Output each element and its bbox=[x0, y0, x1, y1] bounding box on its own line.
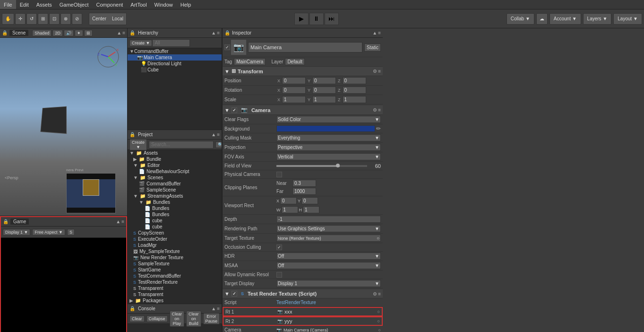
executeorder-file[interactable]: SExecuteOrder bbox=[128, 236, 222, 242]
insp-maximize[interactable]: ▲ bbox=[372, 30, 377, 35]
fx-btn[interactable]: ✦ bbox=[75, 30, 83, 36]
menu-help[interactable]: Help bbox=[177, 0, 195, 9]
center-btn[interactable]: Center bbox=[89, 13, 109, 25]
active-checkbox[interactable] bbox=[224, 44, 230, 50]
rot-z-input[interactable] bbox=[343, 87, 366, 94]
projection-dropdown[interactable]: Perspective ▼ bbox=[276, 144, 381, 151]
camera-overflow[interactable]: ≡ bbox=[378, 107, 381, 113]
collab-btn[interactable]: Collab ▼ bbox=[507, 13, 534, 25]
local-btn[interactable]: Local bbox=[109, 13, 126, 25]
fov-axis-dropdown[interactable]: Vertical ▼ bbox=[276, 153, 381, 160]
scale-btn[interactable]: S bbox=[67, 229, 75, 236]
clear-on-play-btn[interactable]: Clear on Play bbox=[170, 311, 185, 327]
transparent-material[interactable]: STransparent bbox=[128, 291, 222, 297]
editor-folder[interactable]: ▼ 📁Editor bbox=[128, 162, 222, 168]
audio-btn[interactable]: 🔊 bbox=[64, 30, 74, 36]
menu-gameobject[interactable]: GameObject bbox=[56, 0, 93, 9]
loadmgr-file[interactable]: SLoadMgr bbox=[128, 242, 222, 248]
transparent-shader[interactable]: STransparent bbox=[128, 285, 222, 291]
script-section[interactable]: ▼ S Test Render Texture (Script) ⚙ ≡ bbox=[223, 289, 383, 298]
proj-maximize[interactable]: ▲ bbox=[211, 132, 216, 137]
script-enabled-cb[interactable] bbox=[232, 291, 237, 297]
scene-view[interactable]: <Persp X Y Z bbox=[0, 38, 127, 216]
hand-tool-btn[interactable]: ✋ bbox=[2, 13, 14, 25]
menu-file[interactable]: File bbox=[0, 0, 16, 9]
scale-y-input[interactable] bbox=[312, 96, 336, 103]
samplescene-file[interactable]: 🎬SampleScene bbox=[128, 187, 222, 193]
cube-file-2[interactable]: 📄cube bbox=[128, 224, 222, 230]
script-settings[interactable]: ⚙ bbox=[373, 291, 377, 297]
bundles-file-1[interactable]: 📄Bundles bbox=[128, 205, 222, 211]
axes-gizmo[interactable]: X Y Z bbox=[96, 45, 120, 69]
hierarchy-tab[interactable]: Hierarchy bbox=[138, 30, 158, 35]
shade-dropdown[interactable]: Shaded bbox=[32, 30, 52, 36]
transform-section[interactable]: ▼ ⊞ Transform ⚙ ≡ bbox=[223, 67, 383, 76]
account-btn[interactable]: Account ▼ bbox=[550, 13, 581, 25]
gizmos-btn[interactable]: ⊞ bbox=[84, 30, 93, 36]
cube-file-1[interactable]: 📄cube bbox=[128, 218, 222, 224]
console-maximize[interactable]: ▲ bbox=[211, 306, 216, 311]
depth-input[interactable] bbox=[276, 216, 381, 223]
clear-flags-dropdown[interactable]: Solid Color ▼ bbox=[276, 116, 381, 123]
scene-options-btn[interactable]: ≡ bbox=[122, 30, 125, 35]
collapse-btn[interactable]: Collapse bbox=[146, 315, 168, 322]
hier-cube[interactable]: ⬛Cube bbox=[128, 67, 222, 73]
target-display-dropdown[interactable]: Display 1 ▼ bbox=[276, 280, 381, 287]
menu-arttool[interactable]: ArtTool bbox=[127, 0, 150, 9]
vp-h-input[interactable] bbox=[303, 206, 319, 213]
rect-tool-btn[interactable]: ⊡ bbox=[49, 13, 60, 25]
cloud-btn[interactable]: ☁ bbox=[536, 13, 548, 25]
transform-overflow[interactable]: ≡ bbox=[378, 69, 381, 74]
static-btn[interactable]: Static bbox=[364, 44, 381, 52]
hdr-dropdown[interactable]: Off ▼ bbox=[276, 253, 381, 260]
camera-enabled-cb[interactable] bbox=[232, 107, 237, 113]
culling-mask-dropdown[interactable]: Everything ▼ bbox=[276, 134, 381, 141]
game-maximize-btn[interactable]: ▲ bbox=[116, 219, 120, 224]
play-button[interactable]: ▶ bbox=[294, 13, 309, 25]
hier-search[interactable] bbox=[152, 39, 190, 47]
layer-dropdown[interactable]: Default bbox=[285, 58, 305, 65]
hier-directional-light[interactable]: 💡Directional Light bbox=[128, 61, 222, 67]
bundles-file-2[interactable]: 📄Bundles bbox=[128, 211, 222, 218]
proj-search[interactable] bbox=[149, 141, 214, 149]
layout-btn[interactable]: Layout ▼ bbox=[613, 13, 642, 25]
pause-button[interactable]: ⏸ bbox=[309, 13, 324, 25]
menu-assets[interactable]: Assets bbox=[33, 0, 56, 9]
copyscreen-file[interactable]: SCopyScreen bbox=[128, 230, 222, 236]
layers-btn[interactable]: Layers ▼ bbox=[583, 13, 612, 25]
far-input[interactable] bbox=[292, 188, 316, 195]
aspect-dropdown[interactable]: Free Aspect ▼ bbox=[32, 229, 65, 236]
newbehaviour-file[interactable]: 📄NewBehaviourScript bbox=[128, 168, 222, 175]
move-tool-btn[interactable]: ✛ bbox=[15, 13, 26, 25]
rotate-tool-btn[interactable]: ↺ bbox=[26, 13, 37, 25]
vp-x-input[interactable] bbox=[280, 197, 297, 204]
commandbuffer-scene[interactable]: 🎬CommandBuffer bbox=[128, 181, 222, 187]
scale-tool-btn[interactable]: ⊞ bbox=[38, 13, 48, 25]
sampletexture-file[interactable]: SSampleTexture bbox=[128, 261, 222, 267]
custom-tool-btn[interactable]: ⊘ bbox=[72, 13, 82, 25]
bundle-folder[interactable]: ▶ 📁Bundle bbox=[128, 156, 222, 162]
display-dropdown[interactable]: Display 1 ▼ bbox=[3, 229, 30, 236]
hier-create-btn[interactable]: Create ▼ bbox=[129, 40, 152, 46]
rendering-path-dropdown[interactable]: Use Graphics Settings ▼ bbox=[276, 225, 381, 232]
pos-x-input[interactable] bbox=[282, 77, 306, 84]
proj-search-btn[interactable]: 🔍 bbox=[215, 141, 222, 148]
step-button[interactable]: ⏭ bbox=[325, 13, 339, 25]
inspector-tab[interactable]: Inspector bbox=[232, 30, 251, 35]
error-pause-btn[interactable]: Error Pause bbox=[203, 313, 220, 324]
bundles-sub-folder[interactable]: ▼ 📁Bundles bbox=[128, 199, 222, 205]
testrendertexture-file[interactable]: STestRenderTexture bbox=[128, 279, 222, 285]
packages-folder[interactable]: ▶ 📁 Packages bbox=[128, 297, 222, 304]
clear-btn[interactable]: Clear bbox=[129, 315, 145, 322]
insp-options[interactable]: ≡ bbox=[378, 30, 381, 35]
script-overflow[interactable]: ≡ bbox=[378, 291, 381, 297]
hier-commandbuffer[interactable]: ▼CommandBuffer bbox=[128, 48, 222, 54]
assets-folder[interactable]: ▼ 📁 Assets bbox=[128, 150, 222, 156]
transform-tool-btn[interactable]: ⊗ bbox=[60, 13, 71, 25]
camera-ref-picker[interactable]: ○ bbox=[378, 328, 381, 332]
streamingassets-folder[interactable]: ▼ 📁StreamingAssets bbox=[128, 193, 222, 199]
msaa-dropdown[interactable]: Off ▼ bbox=[276, 262, 381, 269]
proj-options[interactable]: ≡ bbox=[217, 132, 220, 137]
background-color-swatch[interactable] bbox=[276, 125, 375, 132]
camera-settings[interactable]: ⚙ bbox=[373, 107, 377, 113]
